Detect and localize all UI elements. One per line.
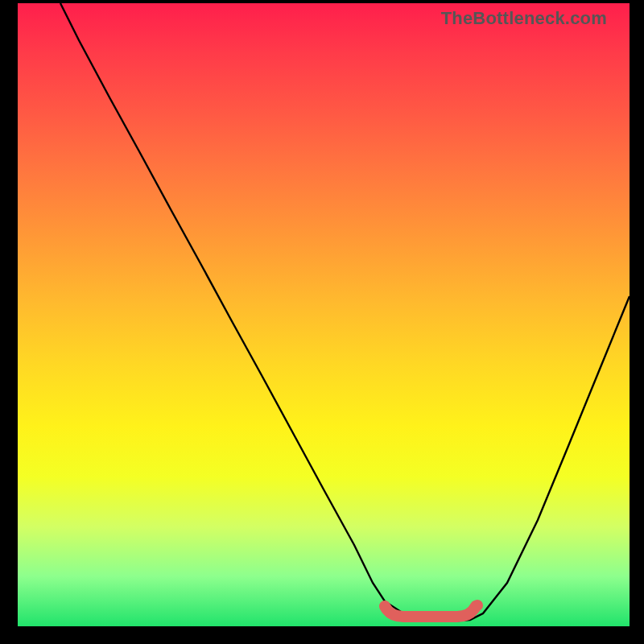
- bottleneck-curve: [18, 3, 630, 626]
- optimal-range-path: [385, 606, 476, 617]
- chart-plot-area: TheBottleneck.com: [18, 3, 630, 626]
- chart-frame: TheBottleneck.com: [0, 0, 644, 644]
- curve-path: [60, 3, 630, 621]
- optimal-range-end-dot: [472, 600, 483, 611]
